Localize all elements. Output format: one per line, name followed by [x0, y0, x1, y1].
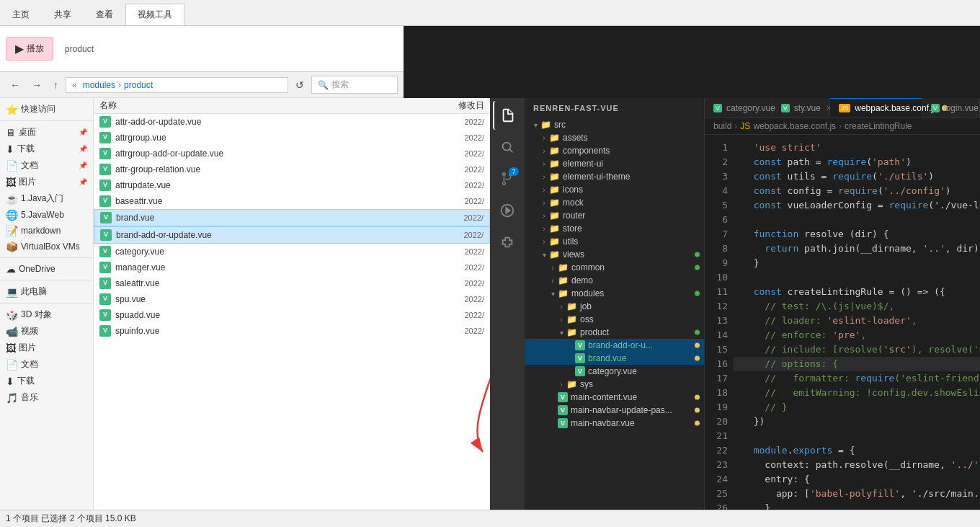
file-item-0[interactable]: Vattr-add-or-update.vue2022/ [94, 114, 490, 130]
file-list: Vattr-add-or-update.vue2022/Vattrgroup.v… [94, 114, 490, 510]
file-item-10[interactable]: Vsaleattr.vue2022/ [94, 275, 490, 291]
sidebar-item-13[interactable]: 🖼图片 [0, 340, 93, 356]
tree-dot [695, 252, 700, 257]
file-item-11[interactable]: Vspu.vue2022/ [94, 291, 490, 307]
tree-item-15[interactable]: ›📁oss [525, 313, 704, 326]
folder-icon: 📁 [566, 314, 577, 324]
source-control-icon[interactable]: 7 [493, 164, 522, 193]
tree-item-20[interactable]: ›📁sys [525, 378, 704, 391]
tree-item-2[interactable]: ›📁components [525, 144, 704, 157]
tab-videotool[interactable]: 视频工具 [125, 4, 184, 25]
tab-share[interactable]: 共享 [42, 4, 84, 25]
tree-item-19[interactable]: Vcategory.vue [525, 365, 704, 378]
tab-home[interactable]: 主页 [0, 4, 42, 25]
tree-item-23[interactable]: Vmain-navbar.vue [525, 417, 704, 430]
sidebar-item-3[interactable]: 📄文档📌 [0, 157, 93, 174]
sidebar-item-9[interactable]: ☁OneDrive [0, 261, 93, 277]
breadcrumb-file[interactable]: JS webpack.base.conf.js [740, 121, 836, 131]
sidebar-item-4[interactable]: 🖼图片📌 [0, 174, 93, 190]
vue-file-icon: V [558, 392, 568, 402]
editor-tab-3[interactable]: Vlogin.vue× [922, 98, 980, 118]
sidebar-item-12[interactable]: 📹视频 [0, 323, 93, 340]
tree-item-3[interactable]: ›📁element-ui [525, 157, 704, 170]
file-item-12[interactable]: Vspuadd.vue2022/ [94, 307, 490, 323]
sidebar-item-6[interactable]: 🌐5.JavaWeb [0, 207, 93, 223]
sidebar-item-14[interactable]: 📄文档 [0, 356, 93, 373]
tree-item-12[interactable]: ›📁demo [525, 274, 704, 287]
tab-view[interactable]: 查看 [84, 4, 125, 25]
tree-item-8[interactable]: ›📁store [525, 222, 704, 235]
tree-item-13[interactable]: ▾📁modules [525, 287, 704, 300]
file-item-8[interactable]: Vcategory.vue2022/ [94, 244, 490, 260]
editor-tab-1[interactable]: Vsty.vue× [772, 98, 830, 118]
address-path[interactable]: « modules › product [66, 77, 288, 93]
tree-arrow: › [539, 147, 549, 155]
tree-item-1[interactable]: ›📁assets [525, 131, 704, 144]
tree-item-17[interactable]: Vbrand-add-or-u... [525, 339, 704, 352]
tree-item-0[interactable]: ▾📁src [525, 118, 704, 131]
source-control-badge: 7 [509, 167, 519, 176]
tree-item-11[interactable]: ›📁common [525, 261, 704, 274]
editor-tab-2[interactable]: JSwebpack.base.conf.js [830, 98, 922, 118]
tree-item-16[interactable]: ▾📁product [525, 326, 704, 339]
tree-arrow: › [539, 160, 549, 168]
search-placeholder: 搜索 [331, 79, 349, 91]
tree-item-22[interactable]: Vmain-navbar-update-pas... [525, 404, 704, 417]
editor-tab-0[interactable]: Vcategory.vue× [705, 98, 772, 118]
ribbon-content: ▶ 播放 product [0, 26, 404, 72]
line-number-7: 7 [713, 227, 728, 242]
tree-item-14[interactable]: ›📁job [525, 300, 704, 313]
tree-label: store [563, 223, 704, 234]
tree-item-9[interactable]: ›📁utils [525, 235, 704, 248]
product-label: product [65, 44, 94, 54]
breadcrumb-fn[interactable]: createLintingRule [845, 121, 912, 131]
tree-item-21[interactable]: Vmain-content.vue [525, 391, 704, 404]
sidebar-item-7[interactable]: 📝markdown [0, 223, 93, 239]
search-box[interactable]: 🔍 搜索 [311, 76, 398, 94]
sidebar-item-16[interactable]: 🎵音乐 [0, 389, 93, 406]
file-item-6[interactable]: Vbrand.vue2022/ [94, 209, 490, 226]
tree-item-4[interactable]: ›📁element-ui-theme [525, 170, 704, 183]
file-item-13[interactable]: Vspuinfo.vue2022/ [94, 323, 490, 339]
search-activity-icon[interactable] [493, 133, 522, 161]
tree-dot [695, 395, 700, 400]
file-item-9[interactable]: Vmanager.vue2022/ [94, 260, 490, 275]
sidebar-item-8[interactable]: 📦VirtualBox VMs [0, 239, 93, 254]
path-product[interactable]: product [124, 80, 153, 90]
nav-forward-btn[interactable]: → [27, 78, 46, 92]
file-item-7[interactable]: Vbrand-add-or-update.vue2022/ [94, 226, 490, 244]
tree-item-10[interactable]: ▾📁views [525, 248, 704, 261]
tree-item-5[interactable]: ›📁icons [525, 183, 704, 196]
sidebar-item-5[interactable]: ☕1.Java入门 [0, 190, 93, 207]
sidebar-item-1[interactable]: 🖥桌面📌 [0, 124, 93, 141]
breadcrumb-build[interactable]: build [713, 121, 731, 131]
explorer-icon[interactable] [493, 101, 522, 130]
sidebar-item-10[interactable]: 💻此电脑 [0, 283, 93, 300]
tree-item-7[interactable]: ›📁router [525, 209, 704, 222]
file-item-3[interactable]: Vattr-group-relation.vue2022/ [94, 161, 490, 177]
tree-item-6[interactable]: ›📁mock [525, 196, 704, 209]
path-modules[interactable]: modules [83, 80, 115, 90]
extensions-icon[interactable] [493, 228, 522, 257]
sidebar-item-15[interactable]: ⬇下载 [0, 373, 93, 389]
address-bar: ← → ↑ « modules › product ↺ 🔍 搜索 [0, 72, 404, 98]
file-item-2[interactable]: Vattrgroup-add-or-update.vue2022/ [94, 146, 490, 161]
sidebar-item-11[interactable]: 🎲3D 对象 [0, 306, 93, 323]
nav-up-btn[interactable]: ↑ [49, 78, 63, 92]
tree-item-18[interactable]: Vbrand.vue [525, 352, 704, 365]
folder-icon: 📁 [566, 379, 577, 389]
sidebar-item-0[interactable]: ⭐快速访问 [0, 101, 93, 118]
line-number-22: 22 [713, 443, 728, 458]
line-number-10: 10 [713, 270, 728, 285]
sidebar-item-2[interactable]: ⬇下载📌 [0, 141, 93, 157]
tree-arrow: ▾ [530, 121, 540, 129]
tree-dot [695, 265, 700, 270]
nav-back-btn[interactable]: ← [6, 78, 24, 92]
refresh-btn[interactable]: ↺ [291, 78, 308, 92]
file-item-5[interactable]: Vbaseattr.vue2022/ [94, 193, 490, 209]
file-item-4[interactable]: Vattrupdate.vue2022/ [94, 177, 490, 193]
run-icon[interactable] [493, 196, 522, 225]
code-content[interactable]: 'use strict' const path = require('path'… [734, 135, 980, 510]
play-button[interactable]: ▶ 播放 [6, 37, 53, 61]
file-item-1[interactable]: Vattrgroup.vue2022/ [94, 130, 490, 146]
